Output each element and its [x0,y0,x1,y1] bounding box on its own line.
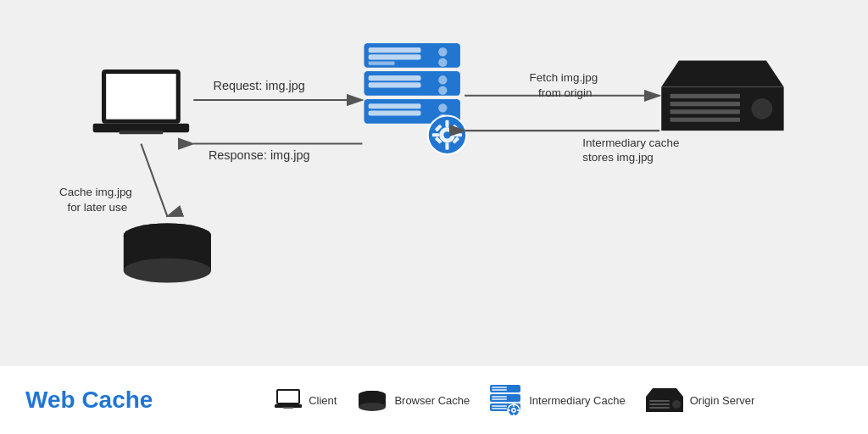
svg-point-41 [124,223,211,248]
diagram-area: Request: img.jpg Response: img.jpg Cache… [0,0,868,366]
legend-client-label: Client [309,394,337,407]
svg-rect-58 [492,398,507,400]
legend-items: Client Browser Cache [186,385,843,415]
legend-server-blue-icon [490,385,522,415]
legend-origin-label: Origin Server [690,394,755,407]
svg-point-18 [438,103,447,112]
svg-rect-36 [670,118,741,122]
request-label: Request: img.jpg [214,79,305,92]
svg-rect-3 [120,131,164,134]
svg-point-8 [438,47,447,56]
cache-arrow [141,144,167,217]
svg-rect-24 [445,143,448,150]
diagram-svg: Request: img.jpg Response: img.jpg Cache… [34,17,834,349]
svg-rect-67 [508,409,510,411]
svg-marker-31 [661,61,783,87]
svg-rect-33 [670,94,741,98]
svg-rect-12 [369,82,421,87]
legend-title: Web Cache [25,387,153,414]
browser-cache-db-icon [124,223,211,282]
legend-item-client: Client [275,389,337,411]
svg-rect-68 [517,409,520,411]
svg-point-52 [359,391,386,399]
legend-browser-cache-label: Browser Cache [394,394,470,407]
svg-rect-56 [490,394,520,402]
svg-rect-46 [278,391,298,403]
intermediary-server-icon [364,43,466,154]
svg-point-13 [438,75,447,84]
svg-marker-69 [646,388,683,397]
svg-rect-11 [369,75,421,81]
svg-point-64 [513,409,515,411]
origin-server-icon [661,61,783,131]
svg-rect-60 [492,405,507,407]
response-label: Response: img.jpg [209,148,310,162]
svg-rect-35 [670,109,741,114]
legend-laptop-icon [275,389,302,411]
svg-point-40 [124,259,211,283]
svg-rect-48 [283,407,293,409]
cache-label: Cache img.jpg for later use [59,186,135,214]
legend-item-origin-server: Origin Server [646,388,755,412]
svg-rect-23 [445,120,448,127]
svg-point-22 [443,131,450,138]
svg-rect-65 [513,404,515,407]
svg-rect-25 [432,133,439,136]
svg-rect-5 [369,47,421,53]
client-laptop-icon [93,70,189,134]
legend-item-intermediary-cache: Intermediary Cache [490,385,625,415]
svg-point-37 [751,98,772,120]
svg-point-9 [438,58,447,66]
svg-rect-55 [492,389,507,391]
svg-point-74 [672,400,681,409]
svg-rect-54 [492,387,507,388]
svg-rect-57 [492,396,507,398]
legend-origin-icon [646,388,683,412]
svg-rect-73 [649,407,670,409]
svg-rect-16 [369,103,421,108]
svg-rect-26 [455,133,462,136]
svg-rect-34 [670,102,741,106]
svg-rect-72 [649,403,670,405]
intermediary-stores-label: Intermediary cache stores img.jpg [582,136,682,164]
svg-rect-53 [490,385,520,392]
legend-item-browser-cache: Browser Cache [357,388,470,412]
svg-rect-6 [369,54,421,59]
svg-rect-61 [492,408,507,409]
legend-bar: Web Cache Client Browser Cache [0,366,868,434]
fetch-label: Fetch img.jpg from origin [530,71,601,99]
svg-point-51 [359,403,386,411]
svg-rect-71 [649,400,670,402]
legend-db-icon [357,388,387,412]
svg-point-14 [438,86,447,94]
svg-rect-1 [106,74,176,120]
svg-rect-17 [369,110,421,115]
legend-intermediary-label: Intermediary Cache [529,394,625,407]
svg-rect-66 [513,414,515,415]
svg-rect-7 [369,62,395,65]
